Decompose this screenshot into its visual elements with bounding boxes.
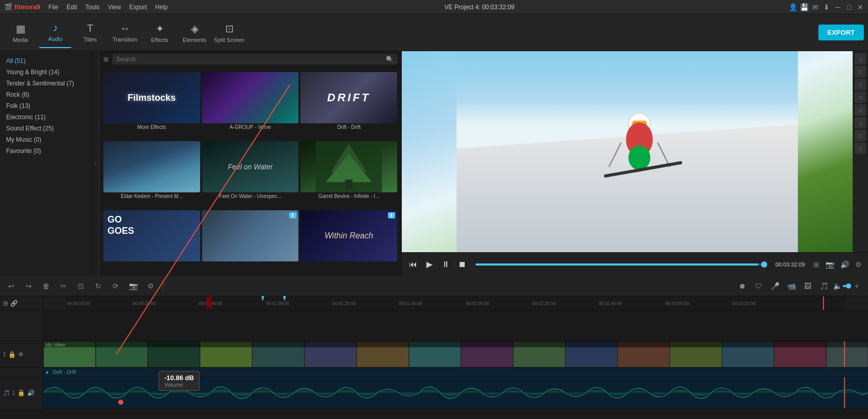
snapshot-btn[interactable]: 📷 <box>823 259 836 270</box>
media-grid: Filmstocks More Effects A-GROUP - Verve … <box>99 68 401 276</box>
preview-sidebar-btn8[interactable]: □ <box>855 143 866 154</box>
sidebar-collapse-btn[interactable]: ‹ <box>92 51 99 276</box>
download-icon[interactable]: ⬇ <box>823 4 830 11</box>
menu-help[interactable]: Help <box>153 3 170 12</box>
cut-btn[interactable]: ✂ <box>56 279 71 293</box>
audio-lock-icon[interactable]: 🔒 <box>17 389 25 396</box>
toolbar-separator <box>163 281 163 291</box>
media-label-within <box>300 261 397 263</box>
crop-btn[interactable]: ⊡ <box>74 279 88 293</box>
right-panel: □ □ □ □ □ □ □ □ ⏮ ▶ ⏸ ⏹ 00:03:32:09 ⊞ <box>402 51 868 276</box>
video-track-eye-icon[interactable]: 👁 <box>18 351 24 358</box>
stop-btn[interactable]: ⏹ <box>455 257 469 272</box>
close-btn[interactable]: ✕ <box>857 4 864 11</box>
svg-point-52 <box>118 400 123 405</box>
svg-text:00:02:00:00: 00:02:00:00 <box>466 301 489 306</box>
pause-btn[interactable]: ⏸ <box>439 257 453 272</box>
rotate-btn[interactable]: ↻ <box>91 279 105 293</box>
settings-btn[interactable]: ⚙ <box>853 259 864 270</box>
tooltip-db-value: -10.86 dB <box>164 374 194 382</box>
preview-sidebar-btn5[interactable]: □ <box>855 104 866 116</box>
video-track-lock-icon[interactable]: 🔒 <box>8 351 16 358</box>
media-item-garret[interactable]: Garret Bevins - Infinite - I... <box>300 141 397 208</box>
refresh-btn[interactable]: ⟳ <box>108 279 123 293</box>
within-text: Within Reach <box>324 231 373 240</box>
media-item-drift[interactable]: DRIFT Drift - Drift <box>300 72 397 139</box>
account-icon[interactable]: 👤 <box>789 4 796 11</box>
add-track-icon[interactable]: ⊞ <box>3 300 8 307</box>
timeline-tracks: 1 🔒 👁 <box>0 311 868 419</box>
preview-sidebar-btn6[interactable]: □ <box>855 117 866 128</box>
adjust-btn[interactable]: ⚙ <box>143 279 158 293</box>
svg-text:00:03:20:00: 00:03:20:00 <box>732 301 756 306</box>
fullscreen-btn[interactable]: ⊞ <box>811 259 821 270</box>
record-btn[interactable]: ⏺ <box>735 279 749 293</box>
menu-tools[interactable]: Tools <box>83 3 102 12</box>
sidebar-item-rock[interactable]: Rock (6) <box>0 89 92 100</box>
mail-icon[interactable]: ✉ <box>812 4 819 11</box>
sidebar-item-soundeffect[interactable]: Sound Effect (25) <box>0 123 92 134</box>
preview-sidebar-btn3[interactable]: □ <box>855 79 866 90</box>
media-item-eldar[interactable]: Eldar Kedem - Present M... <box>103 141 200 208</box>
sidebar-item-favourite[interactable]: Favourite (0) <box>0 145 92 157</box>
shield-btn[interactable]: 🛡 <box>751 279 766 293</box>
toolbar-effects[interactable]: ✦ Effects <box>143 17 176 48</box>
search-icon[interactable]: 🔍 <box>386 56 394 63</box>
progress-bar[interactable] <box>475 263 767 266</box>
toolbar-titles[interactable]: T Titles <box>74 17 106 48</box>
toolbar-media[interactable]: ▦ Media <box>4 17 37 48</box>
save-icon[interactable]: 💾 <box>800 4 808 11</box>
frame-btn[interactable]: 🖼 <box>800 279 815 293</box>
title-bar: 🎬 filmora9 File Edit Tools View Export H… <box>0 0 868 14</box>
toolbar-elements[interactable]: ◈ Elements <box>178 17 211 48</box>
media-item-feet[interactable]: Feel on Water Feet On Water - Unexpec... <box>202 141 299 208</box>
svg-text:00:01:00:00: 00:01:00:00 <box>266 301 289 306</box>
toolbar-audio[interactable]: ♪ Audio <box>39 17 72 48</box>
delete-btn[interactable]: 🗑 <box>39 279 53 293</box>
preview-sidebar-btn7[interactable]: □ <box>855 130 866 141</box>
svg-point-9 <box>628 146 650 170</box>
feet-label: Feel on Water <box>228 163 273 171</box>
search-input[interactable] <box>116 56 386 63</box>
screenshot-btn[interactable]: 📷 <box>126 279 140 293</box>
media-item-fourth[interactable]: ⬇ <box>202 210 299 272</box>
menu-file[interactable]: File <box>47 3 60 12</box>
media-item-filmstocks[interactable]: Filmstocks More Effects <box>103 72 200 139</box>
export-button[interactable]: EXPORT <box>818 25 864 40</box>
window-controls: 👤 💾 ✉ ⬇ ─ □ ✕ <box>789 4 864 11</box>
volume-btn[interactable]: 🔊 <box>838 259 851 270</box>
menu-export[interactable]: Export <box>127 3 149 12</box>
sidebar-item-all[interactable]: All (51) <box>0 55 92 67</box>
sidebar-item-mymusic[interactable]: My Music (0) <box>0 134 92 145</box>
plus-btn[interactable]: + <box>850 279 864 293</box>
media-item-go[interactable]: GOGOES <box>103 210 200 272</box>
sidebar-item-folk[interactable]: Folk (13) <box>0 100 92 112</box>
menu-edit[interactable]: Edit <box>64 3 79 12</box>
preview-sidebar-btn1[interactable]: □ <box>855 53 866 64</box>
audio2-btn[interactable]: 🎵 <box>817 279 831 293</box>
main-content: All (51) Young & Bright (14) Tender & Se… <box>0 51 868 276</box>
maximize-btn[interactable]: □ <box>845 4 853 11</box>
play-btn[interactable]: ▶ <box>422 257 437 272</box>
minimize-btn[interactable]: ─ <box>834 4 841 11</box>
link-icon[interactable]: 🔗 <box>10 300 18 307</box>
toolbar-transition[interactable]: ↔ Transition <box>108 17 141 48</box>
audio-vol-icon[interactable]: 🔊 <box>27 389 35 396</box>
vol-slider[interactable]: 🔈 <box>833 279 848 293</box>
sidebar-item-young[interactable]: Young & Bright (14) <box>0 67 92 78</box>
redo-btn[interactable]: ↪ <box>21 279 36 293</box>
preview-sidebar-btn2[interactable]: □ <box>855 66 866 77</box>
menu-view[interactable]: View <box>106 3 123 12</box>
grid-view-icon[interactable]: ⊞ <box>103 56 108 63</box>
undo-btn[interactable]: ↩ <box>4 279 18 293</box>
camera-btn[interactable]: 📹 <box>784 279 798 293</box>
preview-sidebar-btn4[interactable]: □ <box>855 92 866 103</box>
media-item-within[interactable]: Within Reach ⬇ <box>300 210 397 272</box>
mic-btn[interactable]: 🎤 <box>768 279 782 293</box>
sidebar-item-tender[interactable]: Tender & Sentimental (7) <box>0 78 92 89</box>
toolbar-splitscreen[interactable]: ⊡ Split Screen <box>213 17 246 48</box>
media-item-agroup[interactable]: A-GROUP - Verve <box>202 72 299 139</box>
prev-frame-btn[interactable]: ⏮ <box>406 257 420 272</box>
sidebar-item-electronic[interactable]: Electronic (11) <box>0 112 92 123</box>
thumb-filmstocks: Filmstocks <box>103 72 200 123</box>
